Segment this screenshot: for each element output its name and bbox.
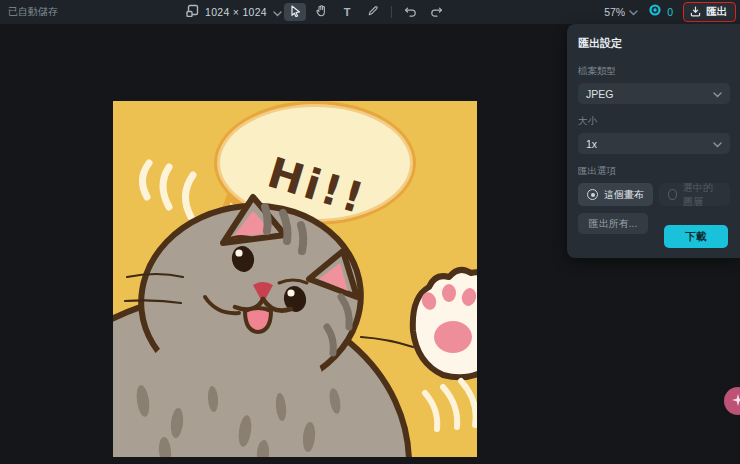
export-all-button[interactable]: 匯出所有... bbox=[578, 213, 648, 234]
chevron-down-icon bbox=[713, 138, 722, 150]
panel-title: 匯出設定 bbox=[578, 36, 730, 51]
export-options-row: 這個畫布 選中的圖層 bbox=[578, 183, 730, 206]
toolbar-divider bbox=[391, 6, 392, 18]
file-type-select[interactable]: JPEG bbox=[578, 83, 730, 104]
chevron-down-icon bbox=[713, 88, 722, 100]
tool-group: T bbox=[284, 0, 447, 24]
text-tool-icon: T bbox=[344, 6, 351, 18]
export-button[interactable]: 匯出 bbox=[683, 2, 736, 22]
chevron-down-icon bbox=[273, 3, 282, 21]
pen-tool-button[interactable] bbox=[362, 3, 384, 21]
canvas-size-value: 1024 × 1024 bbox=[205, 6, 267, 18]
radio-unselected-icon bbox=[668, 189, 677, 200]
size-select[interactable]: 1x bbox=[578, 133, 730, 154]
option-this-canvas-label: 這個畫布 bbox=[604, 188, 644, 202]
hand-tool-button[interactable] bbox=[310, 3, 332, 21]
chevron-down-icon bbox=[629, 6, 638, 18]
option-selected-layers-label: 選中的圖層 bbox=[683, 181, 721, 209]
export-options-label: 匯出選項 bbox=[578, 165, 730, 178]
coin-icon bbox=[648, 3, 662, 21]
app-window: 已自動儲存 1024 × 1024 T bbox=[0, 0, 740, 464]
size-label: 大小 bbox=[578, 115, 730, 128]
redo-button[interactable] bbox=[425, 3, 447, 21]
toolbar-right: 57% 0 匯出 bbox=[604, 0, 736, 24]
cursor-tool-button[interactable] bbox=[284, 3, 306, 21]
zoom-level-control[interactable]: 57% bbox=[604, 6, 638, 18]
option-this-canvas[interactable]: 這個畫布 bbox=[578, 183, 653, 206]
credits-count: 0 bbox=[667, 6, 673, 18]
sparkle-icon bbox=[731, 393, 740, 410]
option-selected-layers[interactable]: 選中的圖層 bbox=[659, 183, 730, 206]
pen-icon bbox=[367, 3, 379, 21]
export-settings-panel: 匯出設定 檔案類型 JPEG 大小 1x 匯出選項 這個畫布 選中的圖層 bbox=[567, 24, 740, 258]
download-button-label: 下載 bbox=[686, 230, 707, 244]
file-type-value: JPEG bbox=[586, 88, 613, 100]
export-button-label: 匯出 bbox=[706, 5, 727, 19]
download-button[interactable]: 下載 bbox=[664, 225, 728, 248]
canvas-size-control[interactable]: 1024 × 1024 bbox=[186, 0, 282, 24]
undo-button[interactable] bbox=[399, 3, 421, 21]
radio-selected-icon bbox=[587, 189, 598, 200]
export-all-label: 匯出所有... bbox=[589, 217, 637, 231]
canvas-artwork[interactable]: Hi!! bbox=[113, 101, 477, 457]
hand-icon bbox=[316, 3, 327, 21]
top-toolbar: 已自動儲存 1024 × 1024 T bbox=[0, 0, 740, 24]
credits-badge[interactable]: 0 bbox=[648, 3, 673, 21]
file-type-label: 檔案類型 bbox=[578, 65, 730, 78]
undo-icon bbox=[404, 3, 417, 21]
zoom-level-value: 57% bbox=[604, 6, 625, 18]
text-tool-button[interactable]: T bbox=[336, 3, 358, 21]
size-value: 1x bbox=[586, 138, 597, 150]
autosave-status: 已自動儲存 bbox=[8, 0, 58, 24]
frame-icon bbox=[186, 3, 199, 21]
cursor-icon bbox=[290, 3, 301, 21]
download-icon bbox=[690, 3, 701, 21]
redo-icon bbox=[430, 3, 443, 21]
